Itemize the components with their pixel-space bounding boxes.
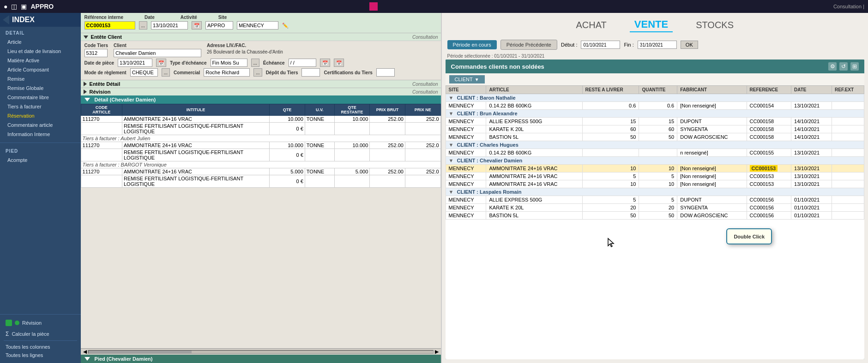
sidebar-item-commentaire-article[interactable]: Commentaire article [0, 120, 81, 130]
date-piece-cal[interactable]: 📅 [156, 59, 166, 67]
cell-qte: 5.000 [270, 168, 305, 175]
hscrollbar[interactable]: ◀ ▶ [81, 348, 441, 355]
all-columns-btn[interactable]: Toutes les colonnes [4, 343, 77, 351]
pied-section[interactable]: Pied (Chevalier Damien) [81, 355, 441, 363]
site-input[interactable] [237, 21, 278, 30]
mode-reglement-input[interactable] [130, 68, 158, 77]
table-row[interactable]: 111270 AMMONITRATE 24+16 VRAC 10.000 TON… [81, 142, 440, 149]
table-row[interactable]: REMISE FERTILISANT LOGISTIQUE-FERTILISAN… [81, 175, 440, 188]
table-row[interactable]: MENNECY ALLIE EXPRESS 500G 5 5 DUPONT CC… [446, 196, 864, 204]
cell-reste: 5 [582, 196, 639, 204]
tab-vente[interactable]: VENTE [630, 18, 673, 32]
cell-reste: 10 [582, 180, 639, 188]
client-input[interactable] [114, 49, 201, 57]
orders-settings-icon[interactable]: ⚙ [828, 62, 837, 71]
activite-input[interactable] [205, 21, 233, 30]
center-content: Référence interne Date Activité Site ...… [81, 13, 441, 363]
cell-reste [582, 149, 639, 157]
sidebar-revision-item[interactable]: Révision [4, 318, 77, 327]
certifications-input[interactable] [376, 68, 395, 77]
sidebar-item-info-interne[interactable]: Information Interne [0, 130, 81, 139]
sidebar-item-remise-globale[interactable]: Remise Globale [0, 83, 81, 93]
mode-reglement-browse[interactable]: ... [162, 68, 170, 77]
cell-refext [832, 102, 864, 110]
table-row[interactable]: MENNECY KARATE K 20L 20 20 SYNGENTA CC00… [446, 204, 864, 212]
ok-btn[interactable]: OK [681, 41, 698, 49]
date-input[interactable] [151, 21, 188, 30]
table-row[interactable]: MENNECY BASTION 5L 50 50 DOW AGROSCIENC … [446, 133, 864, 141]
cell-reste: 5 [582, 173, 639, 180]
commercial-label: Commercial [174, 70, 200, 75]
cell-prix-net: 252.0 [405, 142, 440, 149]
scroll-track[interactable] [88, 350, 434, 354]
revision-consultation[interactable]: Consultation [412, 89, 438, 95]
table-row[interactable]: 111270 AMMONITRATE 24+16 VRAC 10.000 TON… [81, 116, 440, 123]
date-piece-input[interactable] [118, 59, 152, 67]
client-filter-btn[interactable]: CLIENT ▼ [449, 75, 485, 83]
date-cal-btn[interactable]: 📅 [192, 21, 202, 30]
echeance-cal2[interactable]: 📅 [334, 59, 344, 67]
table-row[interactable]: MENNECY BASTION 5L 50 50 DOW AGROSCIENC … [446, 212, 864, 220]
table-row-highlighted[interactable]: MENNECY AMMONITRATE 24+16 VRAC 10 10 [No… [446, 165, 864, 173]
date-fin-input[interactable] [638, 41, 677, 49]
ref-browse-btn[interactable]: ... [139, 21, 147, 30]
scroll-left-btn[interactable]: ◀ [82, 349, 88, 355]
client-group-label: ▼ CLIENT : Laspales Romain [446, 188, 864, 196]
sidebar-item-lieu[interactable]: Lieu et date de livraison [0, 47, 81, 56]
table-row[interactable]: REMISE FERTILISANT LOGISTIQUE-FERTILISAN… [81, 123, 440, 135]
ref-input[interactable] [84, 21, 135, 30]
table-row[interactable]: MENNECY 0.14.22 BB 600KG n renseigné] CC… [446, 149, 864, 157]
date-debut-input[interactable] [581, 41, 620, 49]
sidebar-item-acompte[interactable]: Acompte [0, 155, 81, 165]
entete-detail-consultation[interactable]: Consultation [412, 82, 438, 87]
type-echeance-browse[interactable]: ... [251, 59, 259, 67]
depot-tiers-input[interactable] [301, 68, 320, 77]
sidebar-item-reservation[interactable]: Réservation [0, 111, 81, 120]
orders-expand-icon[interactable]: ⊞ [850, 62, 859, 71]
cell-ref: CC000158 [747, 118, 791, 125]
code-tiers-input[interactable] [84, 49, 108, 57]
echeance-input[interactable] [289, 59, 316, 67]
detail-section-header[interactable]: Détail (Chevalier Damien) [81, 95, 441, 104]
tab-stocks[interactable]: STOCKS [691, 19, 738, 31]
sidebar-item-matiere[interactable]: Matière Active [0, 56, 81, 65]
calculate-btn[interactable]: Σ Calculer la pièce [4, 329, 77, 339]
table-row[interactable]: MENNECY AMMONITRATE 24+16 VRAC 10 10 [No… [446, 180, 864, 188]
table-row[interactable]: MENNECY KARATE K 20L 60 60 SYNGENTA CC00… [446, 125, 864, 133]
table-row[interactable]: MENNECY 0.14.22 BB 600KG 0.6 0.6 [Non re… [446, 102, 864, 110]
sidebar-item-commentaire-libre[interactable]: Commentaire libre [0, 93, 81, 102]
period-previous-btn[interactable]: Période Précédente [500, 40, 557, 50]
entete-triangle[interactable] [84, 36, 88, 39]
col-qte-restante: QTERESTANTE [334, 104, 370, 116]
tooltip-text: Double Click [734, 234, 765, 239]
cell-fabricant: DOW AGROSCIENC [677, 133, 747, 141]
tab-achat[interactable]: ACHAT [572, 19, 611, 31]
commercial-input[interactable] [204, 68, 250, 77]
sidebar-collapse-arrow[interactable] [3, 15, 9, 24]
table-row[interactable]: REMISE FERTILISANT LOGISTIQUE-FERTILISAN… [81, 149, 440, 161]
cell-qte: 0 € [270, 175, 305, 188]
scroll-right-btn[interactable]: ▶ [434, 349, 440, 355]
scroll-thumb[interactable] [89, 351, 192, 353]
table-row[interactable]: MENNECY ALLIE EXPRESS 500G 15 15 DUPONT … [446, 118, 864, 125]
echeance-cal1[interactable]: 📅 [320, 59, 330, 67]
orders-refresh-icon[interactable]: ↺ [839, 62, 848, 71]
table-row[interactable]: MENNECY AMMONITRATE 24+16 VRAC 5 5 [Non … [446, 173, 864, 180]
sidebar-item-article[interactable]: Article [0, 37, 81, 47]
entete-consultation[interactable]: Consultation [412, 35, 438, 40]
sidebar-item-tiers-facturer[interactable]: Tiers à facturer [0, 102, 81, 111]
commercial-browse[interactable]: ... [253, 68, 262, 77]
table-row[interactable]: 111270 AMMONITRATE 24+16 VRAC 5.000 TONN… [81, 168, 440, 175]
all-lines-btn[interactable]: Toutes les lignes [4, 351, 77, 359]
type-echeance-input[interactable] [211, 59, 247, 67]
sidebar-item-composant[interactable]: Article Composant [0, 65, 81, 74]
edit-icon[interactable]: ✏️ [282, 23, 289, 29]
cell-qte: 10.000 [270, 116, 305, 123]
revision-checkbox[interactable] [6, 320, 12, 326]
cell-article: ALLIE EXPRESS 500G [486, 118, 582, 125]
revision-triangle[interactable] [84, 89, 87, 94]
period-current-btn[interactable]: Période en cours [447, 40, 497, 49]
entete-detail-triangle[interactable] [84, 82, 87, 86]
sidebar-item-remise[interactable]: Remise [0, 74, 81, 83]
orders-table-container[interactable]: SITE ARTICLE RESTE A LIVRER QUANTITE FAB… [446, 85, 864, 359]
